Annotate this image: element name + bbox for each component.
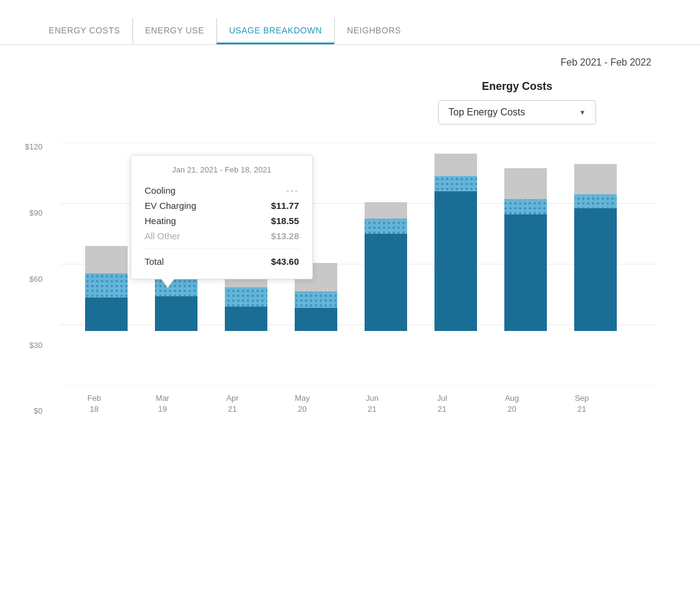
bar7-heating[interactable] (504, 214, 547, 331)
tooltip-row-total: Total $43.60 (145, 254, 299, 269)
y-label-30: $30 (12, 341, 43, 349)
bar5-ev-dots (365, 219, 407, 234)
tab-energy-costs[interactable]: ENERGY COSTS (36, 18, 132, 44)
tabs-container: ENERGY COSTS ENERGY USE USAGE BREAKDOWN … (0, 0, 700, 45)
y-label-0: $0 (12, 407, 43, 415)
bar7-ev-dots (504, 199, 547, 214)
bar1-ev-dots (85, 273, 128, 298)
tooltip-label-cooling: Cooling (145, 185, 176, 196)
x-label-jun: Jun21 (337, 393, 407, 415)
tooltip-label-ev: EV Charging (145, 200, 196, 211)
tooltip-value-ev: $11.77 (271, 200, 299, 211)
x-axis: Feb18 Mar19 Apr21 May20 Jun21 Jul21 Aug2… (61, 393, 656, 415)
tab-usage-breakdown[interactable]: USAGE BREAKDOWN (216, 18, 334, 44)
chart-wrapper: $0 $30 $60 $90 $120 (0, 143, 700, 451)
bar3-heating[interactable] (225, 307, 267, 331)
bar8-other[interactable] (574, 164, 617, 194)
tooltip-date: Jan 21, 2021 - Feb 18, 2021 (145, 165, 299, 174)
x-label-apr: Apr21 (197, 393, 267, 415)
y-label-60: $60 (12, 275, 43, 283)
chevron-down-icon: ▼ (579, 109, 586, 116)
energy-costs-title: Energy Costs (334, 68, 700, 100)
bar5-heating[interactable] (365, 234, 407, 331)
tooltip-row-cooling: Cooling --- (145, 183, 299, 198)
bar1-heating[interactable] (85, 298, 128, 331)
y-axis: $0 $30 $60 $90 $120 (12, 143, 49, 415)
tooltip-label-other: All Other (145, 231, 180, 241)
bar8-ev-dots (574, 194, 617, 208)
tab-neighbors[interactable]: NEIGHBORS (334, 18, 413, 44)
x-label-sep: Sep21 (547, 393, 617, 415)
tooltip-label-total: Total (145, 256, 164, 267)
bar6-heating[interactable] (434, 191, 477, 331)
bar5-other[interactable] (365, 202, 407, 219)
bar4-heating[interactable] (295, 308, 337, 331)
y-label-120: $120 (12, 143, 43, 151)
y-label-90: $90 (12, 209, 43, 217)
x-label-feb: Feb18 (61, 393, 128, 415)
bar6-other[interactable] (434, 154, 477, 176)
tooltip: Jan 21, 2021 - Feb 18, 2021 Cooling --- … (131, 155, 313, 279)
x-label-may: May20 (267, 393, 337, 415)
tooltip-value-other: $13.28 (271, 231, 299, 241)
bar6-ev-dots (434, 176, 477, 191)
chart-svg-container: Jan 21, 2021 - Feb 18, 2021 Cooling --- … (61, 143, 664, 415)
date-range: Feb 2021 - Feb 2022 (0, 45, 700, 68)
bar7-other[interactable] (504, 168, 547, 199)
x-label-mar: Mar19 (128, 393, 197, 415)
dropdown-container: Top Energy Costs ▼ (334, 100, 700, 124)
tooltip-row-heating: Heating $18.55 (145, 213, 299, 228)
bar3-ev-dots (225, 287, 267, 307)
x-label-jul: Jul21 (407, 393, 477, 415)
tooltip-value-heating: $18.55 (271, 216, 299, 226)
tooltip-value-cooling: --- (286, 185, 299, 196)
bar8-heating[interactable] (574, 208, 617, 331)
dropdown-label: Top Energy Costs (448, 107, 525, 118)
bar2-heating[interactable] (155, 296, 197, 331)
top-energy-costs-dropdown[interactable]: Top Energy Costs ▼ (438, 100, 596, 124)
tooltip-divider (145, 248, 299, 249)
tooltip-row-ev: EV Charging $11.77 (145, 198, 299, 213)
tooltip-label-heating: Heating (145, 216, 176, 226)
tab-energy-use[interactable]: ENERGY USE (132, 18, 216, 44)
bar4-ev-dots (295, 291, 337, 308)
bar1-other[interactable] (85, 246, 128, 273)
x-label-aug: Aug20 (477, 393, 547, 415)
tooltip-value-total: $43.60 (271, 256, 299, 267)
tooltip-row-other: All Other $13.28 (145, 228, 299, 244)
